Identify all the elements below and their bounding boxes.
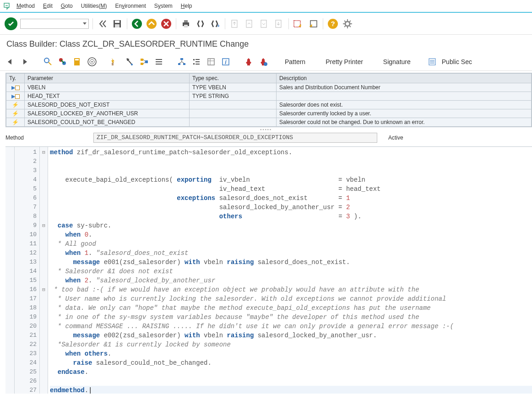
- back-double-icon[interactable]: [97, 18, 109, 30]
- exception-type-icon: ⚡: [6, 109, 25, 118]
- back-green-icon[interactable]: [131, 18, 143, 30]
- find-next-icon[interactable]: +: [209, 18, 221, 30]
- svg-rect-53: [208, 59, 214, 65]
- cell-name: SALESORD_DOES_NOT_EXIST: [25, 101, 190, 109]
- svg-point-4: [132, 19, 142, 29]
- menu-environment[interactable]: Environment: [115, 3, 146, 9]
- menu-system[interactable]: System: [154, 3, 173, 9]
- cancel-red-icon[interactable]: [160, 18, 172, 30]
- breakpoint-session-icon[interactable]: [243, 56, 255, 68]
- param-type-icon: ▶: [6, 92, 25, 101]
- svg-rect-33: [75, 59, 79, 60]
- exit-yellow-icon[interactable]: [146, 18, 157, 30]
- customize-icon[interactable]: [342, 18, 353, 30]
- menu-goto[interactable]: Goto: [61, 3, 73, 9]
- col-ty[interactable]: Ty.: [6, 74, 25, 83]
- activate-icon[interactable]: [109, 56, 121, 68]
- ok-button[interactable]: [5, 17, 17, 30]
- cell-typespec: TYPE VBELN: [190, 83, 277, 92]
- breakpoint-external-icon[interactable]: [257, 56, 269, 68]
- page-next-icon[interactable]: [258, 18, 270, 30]
- svg-point-58: [264, 62, 267, 66]
- svg-line-27: [349, 21, 351, 22]
- svg-rect-49: [193, 63, 195, 65]
- shortcut-icon[interactable]: [307, 18, 319, 30]
- display-list-icon[interactable]: [153, 56, 165, 68]
- svg-text:i: i: [225, 59, 227, 65]
- fold-gutter[interactable]: ⊟⊟⊟: [40, 147, 48, 394]
- svg-point-28: [44, 58, 49, 63]
- param-type-icon: ▶: [6, 83, 25, 92]
- splitter-handle[interactable]: ▪▪▪▪▪: [0, 127, 532, 131]
- signature-table: Ty. Parameter Type spec. Description ▶VB…: [5, 73, 532, 127]
- code-area[interactable]: method zif_dr_salesord_runtime_patch~sal…: [48, 147, 532, 394]
- cell-typespec: [190, 101, 277, 109]
- svg-point-19: [345, 22, 350, 26]
- svg-rect-46: [178, 63, 180, 65]
- method-label: Method: [5, 135, 88, 141]
- cell-desc: [277, 92, 532, 101]
- test-icon[interactable]: [124, 56, 136, 68]
- other-object-icon[interactable]: [57, 56, 69, 68]
- svg-point-36: [92, 61, 93, 62]
- table-row[interactable]: ⚡SALESORD_DOES_NOT_EXISTSalesorder does …: [6, 101, 532, 109]
- command-field[interactable]: [20, 19, 89, 29]
- save-icon[interactable]: [111, 18, 123, 30]
- page-prev-icon[interactable]: [244, 18, 255, 30]
- menu-method[interactable]: Method: [16, 3, 35, 9]
- menu-help[interactable]: Help: [181, 3, 192, 9]
- print-icon[interactable]: [180, 18, 192, 30]
- page-first-icon[interactable]: [229, 18, 241, 30]
- display-object-icon[interactable]: [42, 56, 54, 68]
- editor-margin: [5, 147, 15, 394]
- svg-text:+: +: [217, 23, 220, 28]
- where-used-icon[interactable]: [138, 56, 150, 68]
- tree-icon[interactable]: [176, 56, 188, 68]
- help-icon[interactable]: ?: [327, 18, 339, 30]
- svg-point-5: [147, 19, 157, 29]
- nav-forward-icon[interactable]: [19, 56, 31, 68]
- page-last-icon[interactable]: [273, 18, 285, 30]
- outline-icon[interactable]: [190, 56, 202, 68]
- status-text: Active: [388, 135, 403, 141]
- nav-back-icon[interactable]: [5, 56, 16, 68]
- table-row[interactable]: ▶VBELNTYPE VBELNSales and Distribution D…: [6, 83, 532, 92]
- svg-rect-9: [184, 25, 188, 27]
- svg-rect-37: [112, 63, 114, 65]
- svg-rect-3: [115, 24, 119, 27]
- fullscreen-icon[interactable]: [205, 56, 217, 68]
- menu-edit[interactable]: Edit: [43, 3, 53, 9]
- svg-text:?: ?: [331, 20, 335, 27]
- cell-desc: Sales and Distribution Document Number: [277, 83, 532, 92]
- check-icon[interactable]: [86, 56, 98, 68]
- col-parameter[interactable]: Parameter: [25, 74, 190, 83]
- pretty-printer-button[interactable]: Pretty Printer: [326, 58, 363, 65]
- standard-toolbar: + ?: [0, 13, 532, 35]
- find-icon[interactable]: [195, 18, 206, 30]
- svg-point-38: [131, 64, 133, 65]
- svg-line-26: [344, 26, 346, 27]
- pattern-button[interactable]: Pattern: [285, 58, 305, 65]
- public-section-icon[interactable]: [426, 56, 438, 68]
- menu-utilities[interactable]: Utilities(M): [81, 3, 107, 9]
- info-icon[interactable]: i: [220, 56, 232, 68]
- svg-rect-40: [141, 63, 143, 65]
- table-row[interactable]: ⚡SALESORD_COULD_NOT_BE_CHANGEDSalesorder…: [6, 118, 532, 127]
- svg-rect-39: [141, 59, 143, 61]
- col-description[interactable]: Description: [277, 74, 532, 83]
- exception-type-icon: ⚡: [6, 118, 25, 127]
- app-corner-icon: [4, 2, 11, 10]
- enhance-icon[interactable]: [71, 56, 83, 68]
- table-row[interactable]: ⚡SALESORD_LOCKED_BY_ANOTHER_USRSalesorde…: [6, 109, 532, 118]
- abap-editor[interactable]: 1234567891011121314151617181920212223242…: [5, 146, 532, 394]
- svg-rect-2: [115, 21, 119, 23]
- table-row[interactable]: ▶HEAD_TEXTTYPE STRING: [6, 92, 532, 101]
- new-session-icon[interactable]: [293, 18, 304, 30]
- public-section-button[interactable]: Public Sec: [442, 58, 472, 65]
- cell-name: SALESORD_LOCKED_BY_ANOTHER_USR: [25, 109, 190, 118]
- signature-button[interactable]: Signature: [383, 58, 411, 65]
- col-typespec[interactable]: Type spec.: [190, 74, 277, 83]
- method-name-field[interactable]: ZIF_DR_SALESORD_RUNTIME_PATCH~SALESORDER…: [93, 133, 377, 143]
- svg-line-24: [344, 21, 346, 22]
- line-number-gutter: 1234567891011121314151617181920212223242…: [15, 147, 40, 394]
